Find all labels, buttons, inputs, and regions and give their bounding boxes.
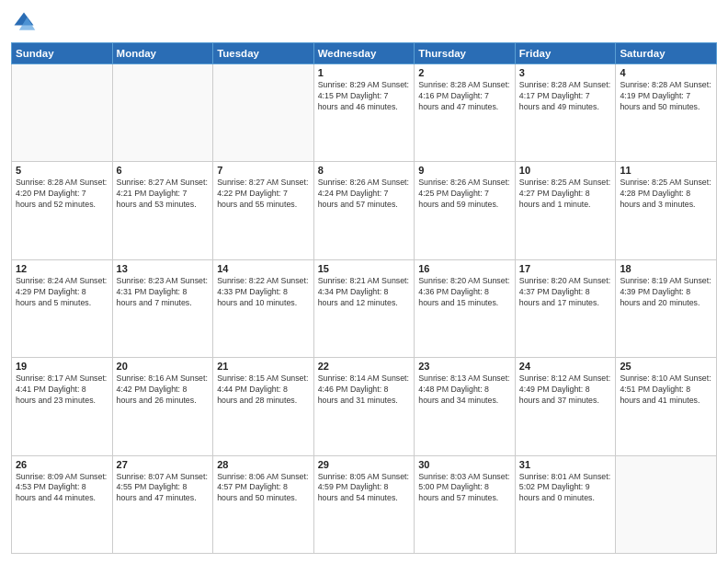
day-number: 16 (418, 263, 511, 274)
cell-content: Sunrise: 8:19 AM Sunset: 4:39 PM Dayligh… (620, 276, 712, 309)
cell-content: Sunrise: 8:03 AM Sunset: 5:00 PM Dayligh… (418, 472, 511, 505)
day-number: 27 (117, 459, 210, 470)
calendar-cell: 23Sunrise: 8:13 AM Sunset: 4:48 PM Dayli… (415, 358, 516, 455)
cell-content: Sunrise: 8:28 AM Sunset: 4:17 PM Dayligh… (519, 80, 612, 113)
calendar-cell: 31Sunrise: 8:01 AM Sunset: 5:02 PM Dayli… (515, 455, 616, 553)
cell-content: Sunrise: 8:28 AM Sunset: 4:20 PM Dayligh… (16, 178, 108, 211)
calendar-cell: 17Sunrise: 8:20 AM Sunset: 4:37 PM Dayli… (515, 259, 616, 357)
day-header-thursday: Thursday (415, 43, 516, 64)
cell-content: Sunrise: 8:05 AM Sunset: 4:59 PM Dayligh… (318, 472, 411, 505)
cell-content: Sunrise: 8:28 AM Sunset: 4:16 PM Dayligh… (418, 80, 511, 113)
calendar-cell: 9Sunrise: 8:26 AM Sunset: 4:25 PM Daylig… (415, 162, 516, 259)
calendar-week-3: 19Sunrise: 8:17 AM Sunset: 4:41 PM Dayli… (12, 358, 717, 455)
day-header-sunday: Sunday (12, 43, 113, 64)
day-number: 9 (418, 165, 511, 176)
day-number: 15 (318, 263, 411, 274)
day-number: 25 (620, 361, 712, 372)
cell-content: Sunrise: 8:24 AM Sunset: 4:29 PM Dayligh… (16, 276, 108, 309)
cell-content: Sunrise: 8:28 AM Sunset: 4:19 PM Dayligh… (620, 80, 712, 113)
calendar-cell: 18Sunrise: 8:19 AM Sunset: 4:39 PM Dayli… (616, 259, 717, 357)
calendar-cell: 2Sunrise: 8:28 AM Sunset: 4:16 PM Daylig… (415, 64, 516, 162)
calendar-cell: 14Sunrise: 8:22 AM Sunset: 4:33 PM Dayli… (213, 259, 314, 357)
day-number: 1 (318, 67, 411, 78)
cell-content: Sunrise: 8:25 AM Sunset: 4:27 PM Dayligh… (519, 178, 612, 211)
calendar-cell (12, 64, 113, 162)
calendar-cell: 21Sunrise: 8:15 AM Sunset: 4:44 PM Dayli… (213, 358, 314, 455)
calendar-cell (112, 64, 213, 162)
day-number: 13 (117, 263, 210, 274)
cell-content: Sunrise: 8:20 AM Sunset: 4:37 PM Dayligh… (519, 276, 612, 309)
calendar-week-1: 5Sunrise: 8:28 AM Sunset: 4:20 PM Daylig… (12, 162, 717, 259)
day-number: 14 (217, 263, 310, 274)
calendar-cell: 6Sunrise: 8:27 AM Sunset: 4:21 PM Daylig… (112, 162, 213, 259)
calendar-cell: 8Sunrise: 8:26 AM Sunset: 4:24 PM Daylig… (313, 162, 415, 259)
calendar-cell (213, 64, 314, 162)
day-number: 30 (418, 459, 511, 470)
cell-content: Sunrise: 8:26 AM Sunset: 4:25 PM Dayligh… (418, 178, 511, 211)
day-number: 19 (16, 361, 108, 372)
calendar-cell: 4Sunrise: 8:28 AM Sunset: 4:19 PM Daylig… (616, 64, 717, 162)
calendar-cell: 26Sunrise: 8:09 AM Sunset: 4:53 PM Dayli… (12, 455, 113, 553)
cell-content: Sunrise: 8:26 AM Sunset: 4:24 PM Dayligh… (318, 178, 411, 211)
cell-content: Sunrise: 8:10 AM Sunset: 4:51 PM Dayligh… (620, 373, 712, 407)
day-number: 2 (418, 67, 511, 78)
calendar-cell: 7Sunrise: 8:27 AM Sunset: 4:22 PM Daylig… (213, 162, 314, 259)
calendar-week-0: 1Sunrise: 8:29 AM Sunset: 4:15 PM Daylig… (12, 64, 717, 162)
day-number: 6 (117, 165, 210, 176)
cell-content: Sunrise: 8:20 AM Sunset: 4:36 PM Dayligh… (418, 276, 511, 309)
day-number: 21 (217, 361, 310, 372)
cell-content: Sunrise: 8:27 AM Sunset: 4:21 PM Dayligh… (117, 178, 210, 211)
cell-content: Sunrise: 8:14 AM Sunset: 4:46 PM Dayligh… (318, 373, 411, 407)
cell-content: Sunrise: 8:22 AM Sunset: 4:33 PM Dayligh… (217, 276, 310, 309)
cell-content: Sunrise: 8:01 AM Sunset: 5:02 PM Dayligh… (519, 472, 612, 505)
day-number: 3 (519, 67, 612, 78)
day-number: 22 (318, 361, 411, 372)
calendar-cell: 25Sunrise: 8:10 AM Sunset: 4:51 PM Dayli… (616, 358, 717, 455)
calendar-cell: 16Sunrise: 8:20 AM Sunset: 4:36 PM Dayli… (415, 259, 516, 357)
day-number: 10 (519, 165, 612, 176)
day-header-saturday: Saturday (616, 43, 717, 64)
cell-content: Sunrise: 8:16 AM Sunset: 4:42 PM Dayligh… (117, 373, 210, 407)
day-number: 23 (418, 361, 511, 372)
day-number: 31 (519, 459, 612, 470)
cell-content: Sunrise: 8:21 AM Sunset: 4:34 PM Dayligh… (318, 276, 411, 309)
page: SundayMondayTuesdayWednesdayThursdayFrid… (0, 0, 728, 563)
calendar-cell: 13Sunrise: 8:23 AM Sunset: 4:31 PM Dayli… (112, 259, 213, 357)
header (11, 9, 717, 35)
cell-content: Sunrise: 8:09 AM Sunset: 4:53 PM Dayligh… (16, 472, 108, 505)
calendar-cell: 27Sunrise: 8:07 AM Sunset: 4:55 PM Dayli… (112, 455, 213, 553)
day-number: 24 (519, 361, 612, 372)
day-number: 11 (620, 165, 712, 176)
cell-content: Sunrise: 8:25 AM Sunset: 4:28 PM Dayligh… (620, 178, 712, 211)
cell-content: Sunrise: 8:13 AM Sunset: 4:48 PM Dayligh… (418, 373, 511, 407)
calendar-cell: 5Sunrise: 8:28 AM Sunset: 4:20 PM Daylig… (12, 162, 113, 259)
day-number: 8 (318, 165, 411, 176)
day-header-friday: Friday (515, 43, 616, 64)
calendar-cell: 3Sunrise: 8:28 AM Sunset: 4:17 PM Daylig… (515, 64, 616, 162)
cell-content: Sunrise: 8:12 AM Sunset: 4:49 PM Dayligh… (519, 373, 612, 407)
calendar-week-2: 12Sunrise: 8:24 AM Sunset: 4:29 PM Dayli… (12, 259, 717, 357)
cell-content: Sunrise: 8:29 AM Sunset: 4:15 PM Dayligh… (318, 80, 411, 113)
calendar-cell: 28Sunrise: 8:06 AM Sunset: 4:57 PM Dayli… (213, 455, 314, 553)
calendar-cell: 12Sunrise: 8:24 AM Sunset: 4:29 PM Dayli… (12, 259, 113, 357)
day-number: 7 (217, 165, 310, 176)
day-number: 17 (519, 263, 612, 274)
day-header-wednesday: Wednesday (313, 43, 415, 64)
day-number: 26 (16, 459, 108, 470)
day-number: 12 (16, 263, 108, 274)
logo-icon (11, 9, 37, 35)
calendar-table: SundayMondayTuesdayWednesdayThursdayFrid… (11, 42, 717, 554)
day-number: 18 (620, 263, 712, 274)
calendar-cell: 22Sunrise: 8:14 AM Sunset: 4:46 PM Dayli… (313, 358, 415, 455)
calendar-cell: 19Sunrise: 8:17 AM Sunset: 4:41 PM Dayli… (12, 358, 113, 455)
calendar-cell: 29Sunrise: 8:05 AM Sunset: 4:59 PM Dayli… (313, 455, 415, 553)
cell-content: Sunrise: 8:17 AM Sunset: 4:41 PM Dayligh… (16, 373, 108, 407)
calendar-cell (616, 455, 717, 553)
cell-content: Sunrise: 8:07 AM Sunset: 4:55 PM Dayligh… (117, 472, 210, 505)
day-number: 4 (620, 67, 712, 78)
calendar-cell: 1Sunrise: 8:29 AM Sunset: 4:15 PM Daylig… (313, 64, 415, 162)
day-number: 28 (217, 459, 310, 470)
day-number: 20 (117, 361, 210, 372)
calendar-week-4: 26Sunrise: 8:09 AM Sunset: 4:53 PM Dayli… (12, 455, 717, 553)
calendar-cell: 10Sunrise: 8:25 AM Sunset: 4:27 PM Dayli… (515, 162, 616, 259)
